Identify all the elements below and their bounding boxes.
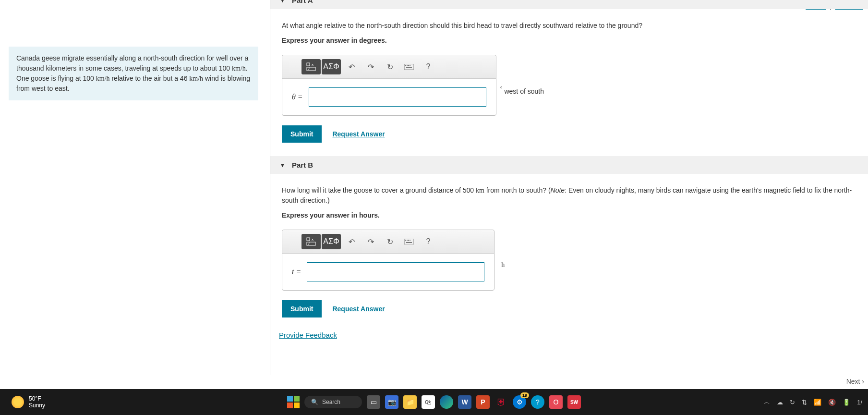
part-b-header[interactable]: ▼ Part B bbox=[270, 156, 868, 174]
unit: km/h bbox=[189, 75, 203, 82]
problem-text: Canada geese migrate essentially along a… bbox=[16, 54, 248, 72]
svg-rect-18 bbox=[410, 240, 410, 241]
task-view-icon[interactable]: ▭ bbox=[367, 395, 380, 409]
provide-feedback-link[interactable]: Provide Feedback bbox=[270, 325, 337, 339]
temperature: 50°F bbox=[29, 395, 45, 402]
battery-icon[interactable]: 🔋 bbox=[843, 399, 850, 406]
help-icon[interactable]: ? bbox=[531, 395, 544, 409]
unit-text: west of south bbox=[504, 87, 544, 95]
part-b-instruction: Express your answer in hours. bbox=[282, 211, 856, 219]
greek-icon[interactable]: ΑΣΦ bbox=[322, 59, 341, 74]
part-b-answer-box: x√ ΑΣΦ ↶ ↷ ↻ ? t = bbox=[282, 230, 494, 291]
taskbar-right: ︿ ☁ ↻ ⇅ 📶 🔇 🔋 1/ bbox=[764, 389, 862, 415]
svg-rect-16 bbox=[407, 240, 408, 241]
search-icon: 🔍 bbox=[311, 399, 318, 405]
windows-taskbar: 50°F Sunny 🔍 Search ▭ 📷 📁 🛍 W P ⛨ ⚙19 ? … bbox=[0, 389, 868, 415]
office-icon[interactable]: O bbox=[549, 395, 563, 409]
templates-icon[interactable]: x√ bbox=[301, 234, 321, 249]
t-input[interactable] bbox=[307, 262, 484, 281]
collapse-icon: ▼ bbox=[280, 162, 285, 168]
svg-rect-6 bbox=[407, 65, 408, 66]
condition: Sunny bbox=[29, 402, 45, 409]
answer-toolbar: x√ ΑΣΦ ↶ ↷ ↻ ? bbox=[282, 230, 494, 254]
chevron-up-icon[interactable]: ︿ bbox=[764, 398, 770, 406]
svg-text:x: x bbox=[312, 62, 313, 67]
store-icon[interactable]: 🛍 bbox=[422, 395, 435, 409]
weather-text: 50°F Sunny bbox=[29, 395, 45, 409]
answer-toolbar: x√ ΑΣΦ ↶ ↷ ↻ ? bbox=[282, 55, 496, 79]
theta-input[interactable] bbox=[309, 87, 486, 107]
next-button[interactable]: Next › bbox=[846, 378, 864, 385]
undo-icon[interactable]: ↶ bbox=[342, 234, 361, 249]
reset-icon[interactable]: ↻ bbox=[380, 59, 399, 74]
unit: km bbox=[476, 187, 484, 194]
weather-widget[interactable]: 50°F Sunny bbox=[0, 395, 45, 409]
page-indicator: 1/ bbox=[857, 399, 862, 406]
keyboard-icon[interactable] bbox=[399, 59, 419, 74]
taskbar-center: 🔍 Search ▭ 📷 📁 🛍 W P ⛨ ⚙19 ? O SW bbox=[287, 389, 581, 415]
part-a-answer-box: x√ ΑΣΦ ↶ ↷ ↻ ? θ = bbox=[282, 55, 496, 116]
part-b-input-row: t = bbox=[282, 254, 494, 290]
cloud-icon[interactable]: ☁ bbox=[777, 399, 783, 406]
word-icon[interactable]: W bbox=[458, 395, 471, 409]
part-a-submit-button[interactable]: Submit bbox=[282, 125, 322, 143]
collapse-icon: ▼ bbox=[280, 0, 285, 3]
svg-rect-10 bbox=[307, 238, 310, 241]
t-label: t = bbox=[292, 268, 301, 276]
search-box[interactable]: 🔍 Search bbox=[304, 396, 362, 408]
mcafee-icon[interactable]: ⛨ bbox=[494, 395, 508, 409]
svg-rect-17 bbox=[408, 240, 409, 241]
part-b-submit-row: Submit Request Answer bbox=[282, 300, 856, 317]
unit: km/h bbox=[96, 75, 110, 82]
svg-rect-4 bbox=[404, 64, 414, 70]
solidworks-icon[interactable]: SW bbox=[567, 395, 581, 409]
templates-icon[interactable]: x√ bbox=[301, 59, 321, 74]
note-label: Note bbox=[551, 186, 565, 194]
part-a-input-row: θ = bbox=[282, 79, 496, 115]
svg-text:x: x bbox=[312, 237, 313, 242]
greek-icon[interactable]: ΑΣΦ bbox=[322, 234, 341, 249]
svg-rect-9 bbox=[406, 67, 412, 68]
unit: km/h bbox=[232, 65, 246, 72]
volume-mute-icon[interactable]: 🔇 bbox=[828, 399, 836, 406]
reset-icon[interactable]: ↻ bbox=[380, 234, 399, 249]
svg-text:√: √ bbox=[308, 67, 310, 71]
svg-rect-14 bbox=[404, 239, 414, 244]
part-a-unit: °west of south bbox=[500, 85, 544, 95]
help-icon[interactable]: ? bbox=[419, 59, 438, 74]
camera-icon[interactable]: 📷 bbox=[385, 395, 398, 409]
badge-count: 19 bbox=[520, 392, 529, 398]
svg-rect-8 bbox=[410, 65, 410, 66]
part-b-submit-button[interactable]: Submit bbox=[282, 300, 322, 317]
svg-rect-0 bbox=[307, 63, 310, 66]
part-b-question: How long will it take the goose to cover… bbox=[282, 185, 856, 206]
problem-text: relative to the air but a 46 bbox=[110, 74, 190, 82]
search-placeholder: Search bbox=[322, 399, 340, 405]
problem-statement: Canada geese migrate essentially along a… bbox=[9, 47, 258, 100]
keyboard-icon[interactable] bbox=[399, 234, 419, 249]
svg-rect-5 bbox=[405, 65, 406, 66]
redo-icon[interactable]: ↷ bbox=[361, 59, 380, 74]
svg-rect-19 bbox=[406, 242, 412, 243]
edge-icon[interactable] bbox=[440, 395, 453, 409]
start-icon[interactable] bbox=[287, 396, 300, 408]
wifi-icon[interactable]: 📶 bbox=[814, 399, 821, 406]
part-b-request-answer[interactable]: Request Answer bbox=[332, 305, 385, 313]
bluetooth-icon[interactable]: ⇅ bbox=[802, 399, 807, 406]
file-explorer-icon[interactable]: 📁 bbox=[403, 395, 417, 409]
part-b-unit: h bbox=[501, 261, 505, 269]
theta-label: θ = bbox=[292, 93, 303, 101]
undo-icon[interactable]: ↶ bbox=[342, 59, 361, 74]
sync-icon[interactable]: ↻ bbox=[790, 399, 795, 406]
help-icon[interactable]: ? bbox=[419, 234, 438, 249]
part-b-body: How long will it take the goose to cover… bbox=[270, 174, 868, 331]
redo-icon[interactable]: ↷ bbox=[361, 234, 380, 249]
part-a-header[interactable]: ▼ Part A bbox=[270, 0, 868, 9]
powerpoint-icon[interactable]: P bbox=[476, 395, 490, 409]
part-a-label: Part A bbox=[292, 0, 313, 4]
part-a-request-answer[interactable]: Request Answer bbox=[332, 130, 385, 138]
main-panel: ▼ Part A At what angle relative to the n… bbox=[270, 0, 868, 375]
q-text: How long will it take the goose to cover… bbox=[282, 186, 476, 194]
settings-icon[interactable]: ⚙19 bbox=[513, 395, 526, 409]
svg-text:√: √ bbox=[308, 242, 310, 245]
